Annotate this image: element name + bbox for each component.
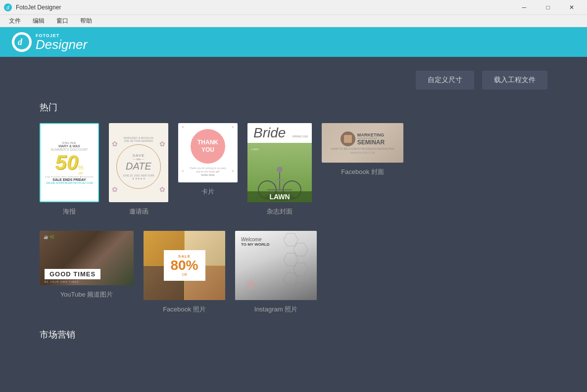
fb-photo-label: Facebook 照片 — [163, 305, 206, 314]
fb-off: Off — [170, 272, 198, 277]
invite-date: DATE — [126, 161, 151, 172]
yt-decor: ☕ 🌿 — [44, 235, 54, 239]
menu-help[interactable]: 帮助 — [75, 16, 97, 26]
template-item-fb-cover[interactable]: MARKETING SEMINAR HOW TO BE A GREAT BUSI… — [322, 123, 403, 216]
ig-to-my-world: TO MY WORLD — [241, 242, 269, 247]
svg-marker-16 — [294, 283, 308, 296]
fb-sale-overlay: SALE 80% Off — [163, 250, 205, 281]
ig-welcome: Welcome — [241, 237, 269, 242]
load-project-button[interactable]: 载入工程文件 — [482, 71, 547, 89]
invite-details: JUNE 20, 2020, NEW YORK★ ★ ★ ★ ★ — [123, 174, 154, 180]
fb-marketing: MARKETING — [357, 132, 385, 137]
mag-overlay-text: LAWN — [251, 148, 258, 151]
svg-point-9 — [277, 167, 283, 173]
menu-edit[interactable]: 编辑 — [28, 16, 49, 26]
app-icon: d — [4, 3, 12, 11]
mag-title: Bride — [251, 125, 288, 141]
card-circle: THANKYOU — [191, 129, 225, 164]
instagram-label: Instagram 照片 — [254, 305, 297, 314]
svg-marker-14 — [294, 263, 308, 276]
minimize-button[interactable]: ─ — [513, 0, 536, 15]
poster-sale: SALE ENDS FRIDAY — [52, 178, 86, 181]
mag-subtitle: SPRING 2018 — [292, 135, 308, 138]
svg-marker-12 — [294, 243, 308, 256]
template-item-invite[interactable]: MARGARET & NICHOLASARE GETTING MARRIED ✿… — [109, 123, 168, 216]
magazine-thumb: Bride SPRING 2018 LAWN — [247, 123, 312, 202]
yt-overlay: GOOD TIMES — [45, 269, 100, 279]
svg-marker-11 — [284, 233, 298, 246]
template-item-youtube[interactable]: ☕ 🌿 GOOD TIMES BE YOUR OWN TIMES YouTube… — [40, 231, 134, 314]
yt-good-times: GOOD TIMES — [49, 270, 96, 278]
poster-pct: % — [78, 164, 84, 171]
ig-hexagons — [277, 231, 317, 300]
template-item-instagram[interactable]: ❀ Welcome TO MY WORLD Instagram 照片 — [235, 231, 317, 314]
fb-seminar: SEMINAR — [357, 139, 385, 146]
ig-flower: ❀ — [245, 276, 256, 293]
template-grid-row1: ONLINE MARY & MAX SUMMER'S DISCOUNT 50 %… — [40, 123, 547, 216]
poster-names: MARY & MAX — [58, 144, 80, 148]
close-button[interactable]: ✕ — [560, 0, 583, 15]
template-item-poster[interactable]: ONLINE MARY & MAX SUMMER'S DISCOUNT 50 %… — [40, 123, 99, 216]
template-item-card[interactable]: ✦ ✦ ✦ ✦ THANKYOU Thank you for coming to… — [178, 123, 238, 216]
poster-off: off — [78, 171, 83, 175]
fb-cover-text: MARKETING SEMINAR — [357, 132, 385, 146]
logo-text: FOTOJET Designer — [36, 34, 87, 51]
mag-bottom-bar: LAWN — [247, 191, 312, 202]
template-grid-row2: ☕ 🌿 GOOD TIMES BE YOUR OWN TIMES YouTube… — [40, 231, 547, 314]
logo-circle: d — [12, 32, 32, 52]
svg-marker-13 — [284, 253, 298, 266]
logo-designer: Designer — [36, 38, 87, 51]
mag-image: LAWN LAWN — [247, 143, 312, 202]
app-title: FotoJet Designer — [16, 4, 61, 11]
fb-cover-icon — [341, 131, 355, 146]
fb-divider — [357, 138, 377, 138]
card-footer: Thank you for coming to my partyand for … — [190, 167, 226, 177]
svg-text:d: d — [18, 37, 23, 47]
market-section-title: 市场营销 — [40, 329, 547, 341]
invite-label: 邀请函 — [129, 207, 148, 216]
poster-50: 50 — [55, 152, 78, 173]
youtube-thumb: ☕ 🌿 GOOD TIMES BE YOUR OWN TIMES — [40, 231, 134, 285]
fb-photo-thumb: SALE 80% Off — [144, 231, 225, 300]
title-bar-controls: ─ □ ✕ — [513, 0, 583, 15]
template-item-fb-photo[interactable]: SALE 80% Off Facebook 照片 — [144, 231, 225, 314]
svg-marker-15 — [284, 273, 298, 286]
invite-header: MARGARET & NICHOLASARE GETTING MARRIED — [124, 136, 153, 142]
maximize-button[interactable]: □ — [537, 0, 559, 15]
mag-header: Bride SPRING 2018 — [247, 123, 312, 143]
fb-cover-thumb: MARKETING SEMINAR HOW TO BE A GREAT BUSI… — [322, 123, 403, 163]
title-bar: d FotoJet Designer ─ □ ✕ — [0, 0, 587, 15]
poster-discount-row: 50 % off — [55, 152, 83, 175]
poster-website: ONLINE-SHOPPINGWITHFOTOJET.COM — [46, 181, 93, 184]
template-item-magazine[interactable]: Bride SPRING 2018 LAWN — [247, 123, 312, 216]
mag-lawn: LAWN — [249, 193, 310, 201]
card-label: 卡片 — [201, 187, 214, 196]
menu-file[interactable]: 文件 — [4, 16, 26, 26]
magazine-label: 杂志封面 — [267, 207, 293, 216]
action-row: 自定义尺寸 载入工程文件 — [40, 71, 547, 89]
fb-cover-content: MARKETING SEMINAR — [341, 131, 385, 146]
fb-url: WWW.FOTOJET.COM — [350, 151, 375, 154]
logo-container: d FOTOJET Designer — [12, 32, 87, 52]
instagram-thumb: ❀ Welcome TO MY WORLD — [235, 231, 317, 300]
menu-window[interactable]: 窗口 — [51, 16, 73, 26]
main-content: 自定义尺寸 载入工程文件 热门 ONLINE MARY & MAX SUMMER… — [0, 57, 587, 392]
fb-cover-label: Facebook 封面 — [341, 168, 384, 176]
youtube-label: YouTube 频道图片 — [60, 290, 113, 299]
fb-sale-80: 80% — [170, 259, 198, 272]
invite-thumb: MARGARET & NICHOLASARE GETTING MARRIED ✿… — [109, 123, 168, 202]
invite-save: SAVE — [133, 153, 145, 158]
menu-bar: 文件 编辑 窗口 帮助 — [0, 15, 587, 27]
card-thank: THANKYOU — [197, 139, 218, 153]
ig-welcome-block: Welcome TO MY WORLD — [241, 237, 269, 247]
app-header: d FOTOJET Designer — [0, 27, 587, 57]
custom-size-button[interactable]: 自定义尺寸 — [416, 71, 474, 89]
title-bar-left: d FotoJet Designer — [4, 3, 61, 11]
poster-thumb: ONLINE MARY & MAX SUMMER'S DISCOUNT 50 %… — [40, 123, 99, 202]
card-thumb: ✦ ✦ ✦ ✦ THANKYOU Thank you for coming to… — [178, 123, 238, 182]
hot-section-title: 热门 — [40, 101, 547, 113]
yt-subtitle: BE YOUR OWN TIMES — [45, 280, 79, 283]
svg-text:d: d — [6, 5, 9, 10]
poster-label: 海报 — [63, 207, 76, 216]
invite-inner: ✿ ✿ ✿ ✿ SAVE — the — DATE JUNE 20, 2020,… — [116, 144, 161, 189]
